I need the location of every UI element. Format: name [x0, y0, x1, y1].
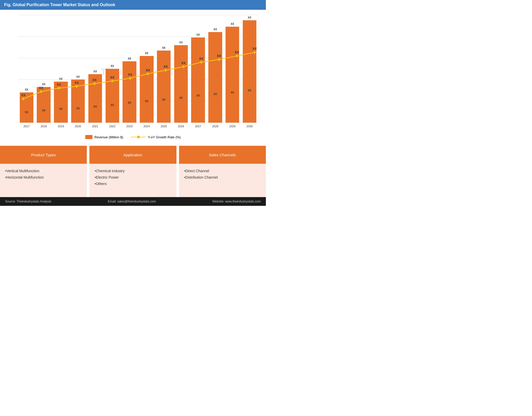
bar-top-label: XX [94, 70, 97, 73]
bar-top-label: XX [128, 57, 131, 60]
bar: XXXX [174, 45, 188, 123]
bar-top-label: XX [111, 65, 114, 67]
bar-year-label: 2020 [75, 125, 81, 128]
chart-title: Fig. Global Purification Tower Market St… [4, 3, 115, 7]
bar-mid-label: XX [76, 107, 80, 110]
bar-mid-label: XX [25, 111, 28, 114]
bar-mid-label: XX [128, 101, 131, 104]
chart-header: Fig. Global Purification Tower Market St… [0, 0, 266, 10]
bar: XXXX [140, 56, 153, 123]
bar-top-label: XX [42, 83, 45, 86]
bar: XXXX [37, 87, 50, 123]
bar-year-label: 2026 [178, 125, 184, 128]
bar-year-label: 2028 [212, 125, 218, 128]
bar-group: XXXX2025 [155, 15, 172, 123]
bar-group: XXXX2024 [138, 15, 155, 123]
legend-bar-label: Revenue (Million $) [95, 135, 123, 139]
bar-mid-label: XX [145, 100, 148, 103]
main-container: Fig. Global Purification Tower Market St… [0, 0, 266, 206]
category-body-sales-channels: •Direct Channel•Distribution Channel [179, 164, 266, 197]
category-item: •Distribution Channel [184, 174, 261, 181]
legend-line-dot [137, 136, 140, 138]
bar-year-label: 2018 [41, 125, 47, 128]
chart-inner: The Industry Stats market research XXXX2… [5, 15, 261, 133]
bar-year-label: 2019 [58, 125, 64, 128]
legend-bar-item: Revenue (Million $) [85, 135, 123, 139]
bar-group: XXXX2027 [190, 15, 207, 123]
bar-top-label: XX [179, 41, 183, 44]
bar-mid-label: XX [59, 108, 62, 110]
category-box-product-types: Product Types•Vertical Multifunction•Hor… [0, 146, 87, 197]
category-item: •Chemical Industry [95, 168, 171, 174]
bar-group: XXXX2018 [35, 15, 52, 123]
bar: XXXX [88, 74, 102, 123]
footer-email: Email: sales@theindustrystats.com [108, 200, 156, 203]
bar-year-label: 2025 [161, 125, 167, 128]
legend: Revenue (Million $) Y-oY Growth Rate (%) [5, 133, 261, 140]
category-item: •Vertical Multifunction [5, 168, 82, 174]
bar-top-label: XX [213, 28, 217, 31]
bar: XXXX [243, 20, 256, 123]
bar: XXXX [106, 69, 119, 123]
legend-line-seg2 [140, 137, 146, 137]
bar-year-label: 2030 [246, 125, 253, 128]
bar-year-label: 2021 [92, 125, 98, 128]
category-header-application: Application [89, 146, 176, 164]
bar-mid-label: XX [162, 98, 165, 101]
bar-top-label: XX [76, 75, 80, 78]
bar-group: XXXX2021 [87, 15, 104, 123]
bar-year-label: 2017 [23, 125, 30, 128]
bottom-section: Product Types•Vertical Multifunction•Hor… [0, 146, 266, 197]
category-box-application: Application•Chemical Industry•Electric P… [89, 146, 176, 197]
bar: XXXX [54, 82, 68, 123]
bar: XXXX [20, 92, 33, 123]
bar-group: XXXX2019 [52, 15, 70, 123]
legend-line-swatch [131, 136, 146, 138]
bar-group: XXXX2029 [224, 15, 241, 123]
chart-area: The Industry Stats market research XXXX2… [0, 10, 266, 146]
bar-top-label: XX [248, 16, 251, 19]
legend-line-seg1 [131, 137, 137, 137]
bar-year-label: 2024 [144, 125, 150, 128]
bar: XXXX [157, 51, 171, 123]
bar: XXXX [71, 80, 85, 123]
bar-year-label: 2027 [195, 125, 201, 128]
bar-top-label: XX [25, 88, 28, 91]
category-body-product-types: •Vertical Multifunction•Horizontal Multi… [0, 164, 87, 197]
bar-year-label: 2029 [229, 125, 236, 128]
bar-top-label: XX [145, 52, 148, 55]
bar-group: XXXX2017 [18, 15, 35, 123]
bar-top-label: XX [59, 78, 62, 80]
category-item: •Direct Channel [184, 168, 261, 174]
bar-mid-label: XX [197, 94, 200, 97]
bar-group: XXXX2023 [121, 15, 138, 123]
category-item: •Others [95, 181, 171, 187]
bar: XXXX [208, 32, 222, 123]
category-box-sales-channels: Sales Channels•Direct Channel•Distributi… [179, 146, 266, 197]
bar-year-label: 2023 [126, 125, 133, 128]
legend-bar-swatch [85, 135, 92, 139]
legend-line-label: Y-oY Growth Rate (%) [148, 135, 181, 139]
category-item: •Electric Power [95, 174, 171, 181]
bar-mid-label: XX [231, 91, 234, 94]
footer-source: Source: Theindustrystats Analysis [5, 200, 51, 203]
bar-top-label: XX [231, 23, 234, 25]
category-body-application: •Chemical Industry•Electric Power•Others [89, 164, 176, 197]
bar-group: XXXX2020 [69, 15, 87, 123]
footer-website: Website: www.theindustrystats.com [212, 200, 261, 203]
bar-mid-label: XX [111, 104, 114, 107]
category-header-product-types: Product Types [0, 146, 87, 164]
footer: Source: Theindustrystats Analysis Email:… [0, 197, 266, 206]
bar-group: XXXX2028 [207, 15, 224, 123]
bar-mid-label: XX [42, 109, 45, 112]
bar-mid-label: XX [94, 105, 97, 108]
bar-year-label: 2022 [109, 125, 115, 128]
bar: XXXX [123, 61, 136, 123]
bar-top-label: XX [162, 46, 165, 49]
bar-top-label: XX [197, 33, 200, 36]
bar-mid-label: XX [248, 89, 251, 92]
bar-mid-label: XX [213, 93, 217, 95]
bar: XXXX [226, 27, 239, 123]
bars-area: XXXX2017XXXX2018XXXX2019XXXX2020XXXX2021… [18, 15, 258, 123]
legend-line-item: Y-oY Growth Rate (%) [131, 135, 181, 139]
